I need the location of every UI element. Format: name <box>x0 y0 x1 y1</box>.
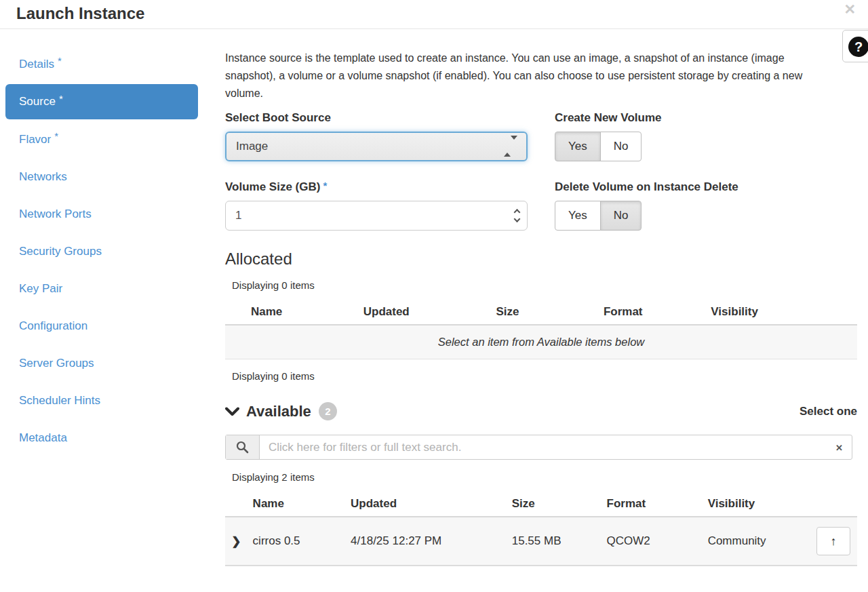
allocated-empty-row: Select an item from Available items belo… <box>225 325 857 359</box>
allocate-item-button[interactable]: ↑ <box>816 527 850 555</box>
available-col-name: Name <box>248 492 345 517</box>
wizard-step-nav: Details * Source * Flavor * Networks Net… <box>0 29 203 566</box>
allocated-empty-message: Select an item from Available items belo… <box>225 325 857 359</box>
boot-source-label: Select Boot Source <box>225 111 528 125</box>
page-title: Launch Instance <box>16 4 144 23</box>
allocated-col-name: Name <box>225 300 358 325</box>
spinner-up-icon[interactable] <box>514 209 521 216</box>
sidebar-item-label: Flavor <box>19 133 51 146</box>
create-new-volume-toggle: Yes No <box>555 132 642 161</box>
available-col-updated: Updated <box>345 492 507 517</box>
select-one-hint: Select one <box>800 405 857 418</box>
sidebar-item-scheduler-hints[interactable]: Scheduler Hints <box>0 382 203 419</box>
filter-search-bar: ✕ <box>225 435 852 460</box>
clear-search-icon[interactable]: ✕ <box>835 442 843 452</box>
sidebar-item-flavor[interactable]: Flavor * <box>0 121 203 158</box>
sidebar-item-metadata[interactable]: Metadata <box>0 419 203 456</box>
image-format-cell: QCOW2 <box>601 517 703 566</box>
available-col-size: Size <box>507 492 601 517</box>
available-col-visibility: Visibility <box>703 492 804 517</box>
sidebar-item-network-ports[interactable]: Network Ports <box>0 195 203 233</box>
create-new-volume-label: Create New Volume <box>555 111 857 125</box>
help-card: ? <box>842 30 868 62</box>
create-volume-no-button[interactable]: No <box>600 132 642 161</box>
allocated-col-updated: Updated <box>358 300 491 325</box>
sidebar-item-label: Configuration <box>19 319 87 333</box>
expand-row-icon[interactable]: ❯ <box>225 517 248 566</box>
boot-source-select[interactable]: Image <box>225 132 528 161</box>
available-count-badge: 2 <box>319 402 337 420</box>
allocated-col-format: Format <box>598 300 705 325</box>
step-description: Instance source is the template used to … <box>225 50 835 102</box>
sidebar-item-server-groups[interactable]: Server Groups <box>0 344 203 382</box>
sidebar-item-label: Server Groups <box>19 357 94 370</box>
required-marker: * <box>59 93 63 104</box>
allocated-col-visibility: Visibility <box>705 300 857 325</box>
sidebar-item-label: Metadata <box>19 431 67 445</box>
create-volume-yes-button[interactable]: Yes <box>555 132 601 161</box>
sidebar-item-label: Scheduler Hints <box>19 394 100 408</box>
allocated-table: Name Updated Size Format Visibility Sele… <box>225 300 857 359</box>
sidebar-item-networks[interactable]: Networks <box>0 158 203 195</box>
source-step-content: Instance source is the template used to … <box>203 29 868 566</box>
sidebar-item-label: Networks <box>19 170 67 184</box>
help-icon[interactable]: ? <box>848 37 868 57</box>
sidebar-item-security-groups[interactable]: Security Groups <box>0 233 203 270</box>
volume-size-input[interactable] <box>225 201 528 231</box>
delete-volume-no-button[interactable]: No <box>600 201 642 231</box>
available-heading: Available <box>246 403 311 420</box>
sidebar-item-details[interactable]: Details * <box>0 45 203 83</box>
delete-volume-toggle: Yes No <box>555 201 642 231</box>
delete-volume-label: Delete Volume on Instance Delete <box>555 180 857 194</box>
available-table: Name Updated Size Format Visibility ❯ ci… <box>225 492 857 566</box>
allocated-heading: Allocated <box>225 250 857 269</box>
search-input[interactable] <box>260 435 852 459</box>
table-row-cirros: ❯ cirros 0.5 4/18/25 12:27 PM 15.55 MB Q… <box>225 517 857 566</box>
number-spinner[interactable] <box>515 210 519 222</box>
volume-size-label-text: Volume Size (GB) <box>225 180 320 193</box>
close-icon[interactable]: ✕ <box>844 1 856 18</box>
sidebar-item-key-pair[interactable]: Key Pair <box>0 270 203 307</box>
required-marker: * <box>58 55 62 66</box>
image-size-cell: 15.55 MB <box>507 517 601 566</box>
spinner-down-icon[interactable] <box>514 216 521 222</box>
sidebar-item-label: Details <box>19 58 54 71</box>
select-caret-icon <box>504 140 517 153</box>
sidebar-item-label: Key Pair <box>19 282 62 296</box>
allocated-col-size: Size <box>490 300 597 325</box>
boot-source-selected-value: Image <box>236 140 268 153</box>
allocated-count-bottom: Displaying 0 items <box>232 370 857 382</box>
allocated-count-top: Displaying 0 items <box>232 279 857 291</box>
image-visibility-cell: Community <box>703 517 804 566</box>
available-col-expand <box>225 492 248 517</box>
volume-size-label: Volume Size (GB)* <box>225 180 528 194</box>
collapse-chevron-down-icon[interactable] <box>225 407 239 416</box>
modal-header: Launch Instance ✕ <box>0 0 868 29</box>
sidebar-item-label: Source <box>19 95 56 108</box>
search-icon-segment[interactable] <box>226 435 260 459</box>
image-updated-cell: 4/18/25 12:27 PM <box>345 517 507 566</box>
sidebar-item-label: Network Ports <box>19 208 92 221</box>
image-name-cell: cirros 0.5 <box>248 517 345 566</box>
available-count: Displaying 2 items <box>232 471 857 483</box>
delete-volume-yes-button[interactable]: Yes <box>555 201 601 231</box>
sidebar-item-configuration[interactable]: Configuration <box>0 307 203 344</box>
required-marker: * <box>54 130 58 142</box>
up-arrow-icon: ↑ <box>831 534 837 548</box>
available-col-action <box>804 492 857 517</box>
sidebar-item-source[interactable]: Source * <box>5 84 198 119</box>
search-icon <box>236 441 249 454</box>
required-marker: * <box>323 180 327 191</box>
available-col-format: Format <box>601 492 703 517</box>
sidebar-item-label: Security Groups <box>19 245 102 258</box>
